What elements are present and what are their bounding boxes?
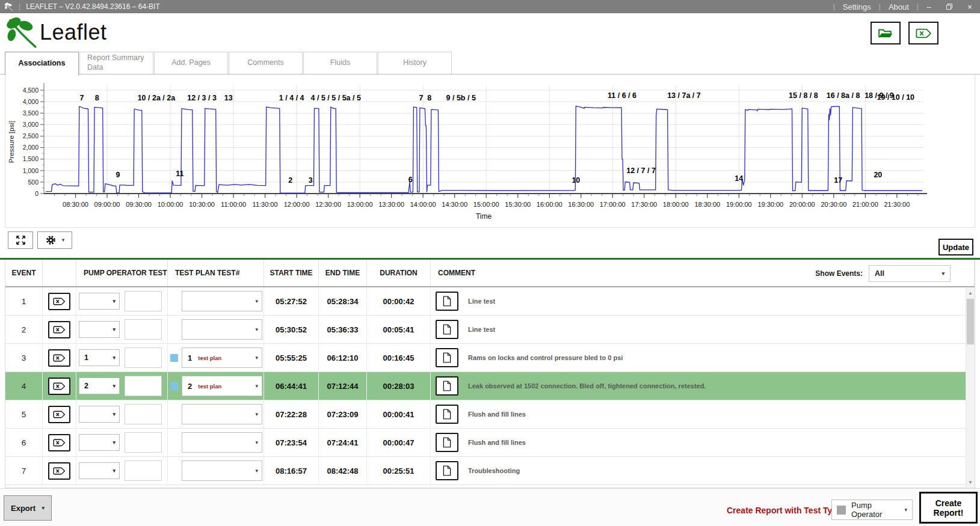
comment-text: Rams on locks and control pressure bled … xyxy=(468,354,623,361)
table-header-row: EVENT PUMP OPERATOR TEST TEST PLAN TEST#… xyxy=(5,260,975,287)
pump-operator-test-input[interactable] xyxy=(125,319,162,340)
svg-text:14:00:00: 14:00:00 xyxy=(410,201,436,208)
table-row: 1 ▾ ▾ 05:27:52 05:28:34 00:00:42 xyxy=(5,287,975,316)
open-file-button[interactable] xyxy=(871,22,901,44)
tag-x-icon xyxy=(53,326,66,334)
svg-text:18:00:00: 18:00:00 xyxy=(663,201,689,208)
comment-button[interactable] xyxy=(436,461,458,480)
svg-text:09:30:00: 09:30:00 xyxy=(126,201,152,208)
minimize-icon[interactable]: – xyxy=(919,0,939,13)
comment-button[interactable] xyxy=(436,376,458,396)
test-type-color-swatch xyxy=(837,506,846,515)
pump-operator-test-input[interactable] xyxy=(125,432,162,453)
chevron-down-icon: ▾ xyxy=(112,440,119,445)
comment-button[interactable] xyxy=(436,433,458,452)
svg-text:10:00:00: 10:00:00 xyxy=(158,201,183,208)
tab-associations[interactable]: Associations xyxy=(5,52,79,75)
table-row: 6 ▾ ▾ 07:23:54 07:24:41 00:00:47 xyxy=(5,429,975,457)
chart-settings-button[interactable]: ▾ xyxy=(37,231,72,249)
scroll-up-icon[interactable]: ▲ xyxy=(966,288,975,298)
pump-operator-test-select[interactable]: ▾ xyxy=(79,321,120,338)
pump-operator-test-input[interactable] xyxy=(125,347,162,368)
show-events-value: All xyxy=(875,269,884,278)
svg-text:11:30:00: 11:30:00 xyxy=(253,201,278,208)
tab-report-summary-data[interactable]: Report Summary Data xyxy=(79,52,153,74)
remove-event-button[interactable] xyxy=(48,378,70,395)
test-plan-select[interactable]: ▾ xyxy=(182,319,262,340)
comment-text: Line test xyxy=(468,298,495,305)
pump-operator-test-input[interactable] xyxy=(125,376,162,396)
pump-operator-test-select[interactable]: ▾ xyxy=(79,293,120,310)
test-plan-select[interactable]: 2 test plan ▾ xyxy=(182,376,262,396)
pump-operator-test-input[interactable] xyxy=(125,460,162,481)
svg-text:7: 7 xyxy=(419,94,424,102)
remove-event-button[interactable] xyxy=(48,406,70,423)
svg-text:0: 0 xyxy=(35,190,39,197)
pump-operator-test-input[interactable] xyxy=(125,291,162,311)
svg-text:08:30:00: 08:30:00 xyxy=(63,201,88,208)
comment-button[interactable] xyxy=(436,320,458,339)
test-plan-select[interactable]: ▾ xyxy=(182,460,262,481)
remove-event-button[interactable] xyxy=(48,321,70,338)
comment-button[interactable] xyxy=(436,405,458,424)
scroll-down-icon[interactable]: ▼ xyxy=(966,477,975,487)
svg-text:12:30:00: 12:30:00 xyxy=(315,201,341,208)
test-plan-select[interactable]: 1 test plan ▾ xyxy=(182,347,262,368)
test-plan-select[interactable]: ▾ xyxy=(182,291,262,311)
vertical-scrollbar[interactable]: ▲ ▼ xyxy=(966,288,975,487)
duration: 00:25:51 xyxy=(367,457,431,485)
restore-window-icon[interactable] xyxy=(939,0,960,13)
chevron-down-icon: ▾ xyxy=(255,468,262,474)
pump-operator-test-select[interactable]: ▾ xyxy=(79,434,120,451)
tag-x-icon xyxy=(53,467,66,475)
remove-event-button[interactable] xyxy=(48,293,70,310)
close-icon[interactable]: × xyxy=(960,0,980,13)
tab-fluids[interactable]: Fluids xyxy=(303,52,377,74)
chevron-down-icon: ▾ xyxy=(112,327,119,332)
svg-text:19:00:00: 19:00:00 xyxy=(726,201,752,208)
create-report-button[interactable]: Create Report! xyxy=(919,492,978,524)
pump-operator-test-select[interactable]: 2 ▾ xyxy=(79,378,120,394)
svg-text:8: 8 xyxy=(427,94,431,102)
remove-event-button[interactable] xyxy=(48,434,70,451)
tab-history[interactable]: History xyxy=(378,52,452,74)
exit-button[interactable] xyxy=(908,22,938,44)
pump-operator-select-value: 2 xyxy=(84,382,88,390)
comment-button[interactable] xyxy=(436,348,458,367)
end-time: 07:12:44 xyxy=(319,372,367,400)
svg-text:13:00:00: 13:00:00 xyxy=(347,201,373,208)
expand-chart-button[interactable] xyxy=(8,231,33,249)
column-header-test-plan: TEST PLAN TEST# xyxy=(168,260,264,286)
tab-add-pages[interactable]: Add. Pages xyxy=(154,52,228,74)
remove-event-button[interactable] xyxy=(48,349,70,367)
settings-menu[interactable]: Settings xyxy=(835,2,879,11)
svg-text:16:30:00: 16:30:00 xyxy=(568,201,594,208)
svg-text:17:00:00: 17:00:00 xyxy=(600,201,626,208)
test-plan-select[interactable]: ▾ xyxy=(182,432,262,453)
event-number: 3 xyxy=(22,353,26,362)
export-dropdown-button[interactable]: Export ▾ xyxy=(4,495,52,521)
pump-operator-test-input[interactable] xyxy=(125,404,162,424)
svg-text:Time: Time xyxy=(476,212,492,221)
chevron-down-icon: ▾ xyxy=(112,384,119,389)
test-plan-select[interactable]: ▾ xyxy=(182,404,262,424)
svg-text:11: 11 xyxy=(176,170,183,178)
about-menu[interactable]: About xyxy=(881,2,917,11)
remove-event-button[interactable] xyxy=(48,462,70,480)
svg-text:4,500: 4,500 xyxy=(23,87,39,94)
pump-operator-test-select[interactable]: 1 ▾ xyxy=(79,349,120,366)
test-type-select[interactable]: Pump Operator ▾ xyxy=(831,500,913,520)
duration: 00:05:41 xyxy=(367,316,431,343)
pump-operator-test-select[interactable]: ▾ xyxy=(79,462,120,479)
start-time: 06:44:41 xyxy=(264,372,319,400)
tab-comments[interactable]: Comments xyxy=(229,52,303,74)
show-events-select[interactable]: All ▾ xyxy=(869,265,951,282)
svg-text:1 / 4 / 4: 1 / 4 / 4 xyxy=(279,94,304,102)
comment-button[interactable] xyxy=(436,292,458,311)
chevron-down-icon: ▾ xyxy=(112,299,119,304)
pump-operator-test-select[interactable]: ▾ xyxy=(79,406,120,423)
chevron-down-icon: ▾ xyxy=(255,327,262,332)
update-button[interactable]: Update xyxy=(938,239,973,255)
scrollbar-thumb[interactable] xyxy=(967,299,974,344)
comment-text: Flush and fill lines xyxy=(468,411,526,418)
